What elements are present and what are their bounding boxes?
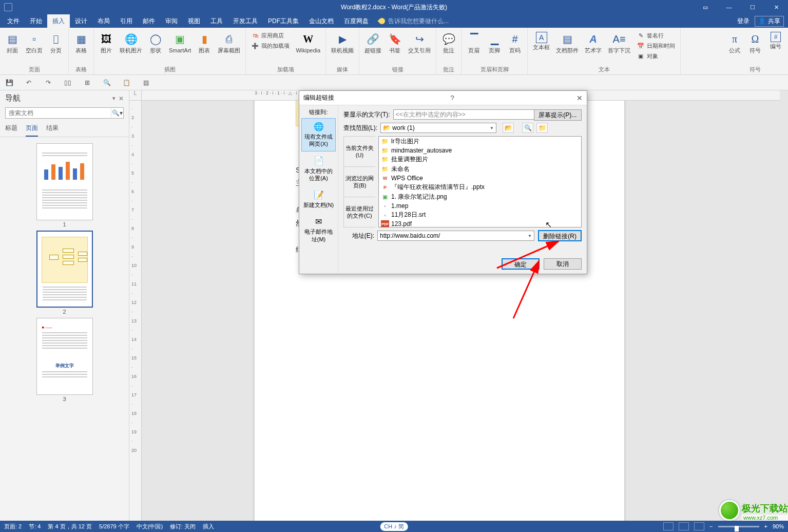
- view-print-icon[interactable]: [679, 522, 689, 530]
- tab-design[interactable]: 设计: [70, 14, 92, 28]
- view-read-icon[interactable]: [663, 522, 674, 530]
- thumbnail-2[interactable]: 2: [36, 231, 93, 315]
- view-web-icon[interactable]: [694, 522, 704, 530]
- header-button[interactable]: ▔页眉: [465, 31, 483, 54]
- browse-web-icon[interactable]: 🔍: [522, 123, 533, 133]
- tab-pdf[interactable]: PDF工具集: [263, 14, 304, 28]
- status-pages[interactable]: 第 4 页，共 12 页: [48, 523, 92, 530]
- status-section[interactable]: 节: 4: [29, 523, 41, 530]
- zoom-out-icon[interactable]: −: [709, 523, 713, 529]
- cancel-button[interactable]: 取消: [544, 258, 582, 270]
- dropcap-button[interactable]: A≡首字下沉: [606, 31, 632, 54]
- login-link[interactable]: 登录: [737, 17, 749, 26]
- ok-button[interactable]: 确定: [502, 258, 540, 270]
- file-list[interactable]: 📁lr导出图片 📁mindmaster_autosave 📁批量调整图片 📁未命…: [378, 136, 582, 227]
- footer-button[interactable]: ▁页脚: [485, 31, 504, 54]
- file-item[interactable]: WWPS Office: [379, 174, 581, 182]
- nav-tab-headings[interactable]: 标题: [5, 124, 17, 137]
- nav-search-input[interactable]: [6, 108, 111, 118]
- qat-btn-7[interactable]: 📋: [121, 78, 131, 88]
- status-insert[interactable]: 插入: [203, 523, 214, 530]
- undo-icon[interactable]: ↶: [24, 78, 34, 88]
- recent-files-tab[interactable]: 最近使用过的文件(C): [343, 197, 375, 227]
- qat-btn-8[interactable]: ▤: [141, 78, 151, 88]
- dialog-help-icon[interactable]: ?: [450, 94, 454, 102]
- search-icon[interactable]: 🔍▾: [111, 108, 123, 118]
- picture-button[interactable]: 🖼图片: [97, 31, 116, 54]
- smartart-button[interactable]: ▣SmartArt: [167, 31, 193, 54]
- zoom-value[interactable]: 90%: [773, 523, 784, 529]
- file-item[interactable]: 📁mindmaster_autosave: [379, 146, 581, 155]
- status-language[interactable]: 中文(中国): [137, 523, 163, 530]
- file-item[interactable]: ▫11月28日.srt: [379, 210, 581, 220]
- online-video-button[interactable]: ▶联机视频: [329, 31, 356, 54]
- maximize-button[interactable]: ☐: [741, 0, 764, 14]
- online-picture-button[interactable]: 🌐联机图片: [118, 31, 144, 54]
- status-page[interactable]: 页面: 2: [4, 523, 22, 530]
- remove-link-button[interactable]: 删除链接(R): [538, 230, 582, 241]
- nav-tab-pages[interactable]: 页面: [26, 124, 38, 137]
- tab-tools[interactable]: 工具: [205, 14, 228, 28]
- look-in-combo[interactable]: 📂 work (1)▼: [380, 123, 496, 133]
- object-button[interactable]: ▣对象: [635, 51, 677, 61]
- link-to-new-doc[interactable]: 📝新建文档(N): [301, 186, 336, 212]
- address-input[interactable]: http://www.baidu.com/▼: [377, 231, 534, 241]
- minimize-button[interactable]: —: [717, 0, 741, 14]
- my-addins-button[interactable]: ➕我的加载项: [249, 41, 292, 50]
- page-number-button[interactable]: #页码: [506, 31, 524, 54]
- save-icon[interactable]: 💾: [4, 78, 14, 88]
- file-item[interactable]: ▫1.mep: [379, 202, 581, 210]
- wikipedia-button[interactable]: WWikipedia: [294, 31, 322, 54]
- up-folder-icon[interactable]: 📂: [503, 123, 514, 133]
- qat-btn-4[interactable]: ▯▯: [63, 78, 73, 88]
- cross-ref-button[interactable]: ↪交叉引用: [406, 31, 433, 54]
- link-to-place-in-doc[interactable]: 📄本文档中的位置(A): [301, 153, 336, 186]
- ime-badge[interactable]: CH ♪ 简: [380, 522, 408, 531]
- tab-layout[interactable]: 布局: [92, 14, 115, 28]
- screenshot-button[interactable]: ⎙屏幕截图: [216, 31, 242, 54]
- comment-button[interactable]: 💬批注: [439, 31, 458, 54]
- date-time-button[interactable]: 📅日期和时间: [635, 41, 677, 50]
- nav-tab-results[interactable]: 结果: [46, 124, 59, 137]
- qat-btn-6[interactable]: 🔍: [102, 78, 112, 88]
- signature-line-button[interactable]: ✎签名行: [635, 31, 677, 40]
- tab-insert[interactable]: 插入: [47, 14, 70, 28]
- number-button[interactable]: #编号: [766, 31, 785, 50]
- current-folder-tab[interactable]: 当前文件夹(U): [343, 136, 375, 166]
- link-to-file-web[interactable]: 🌐现有文件或网页(X): [301, 118, 336, 151]
- tab-baidu[interactable]: 百度网盘: [339, 14, 374, 28]
- file-item[interactable]: 📁批量调整图片: [379, 155, 581, 164]
- textbox-button[interactable]: A文本框: [531, 31, 552, 51]
- hyperlink-button[interactable]: 🔗超链接: [362, 31, 383, 54]
- status-revisions[interactable]: 修订: 关闭: [170, 523, 196, 530]
- quickparts-button[interactable]: ▤文档部件: [554, 31, 581, 54]
- wordart-button[interactable]: A艺术字: [583, 31, 604, 54]
- tab-mailings[interactable]: 邮件: [138, 14, 160, 28]
- shapes-button[interactable]: ◯形状: [146, 31, 165, 54]
- zoom-in-icon[interactable]: +: [764, 523, 767, 529]
- thumbnail-3[interactable]: ■ —— 举例文字 3: [36, 318, 93, 402]
- table-button[interactable]: ▦表格: [72, 31, 90, 54]
- file-item[interactable]: ▣1. 康奈尔笔记法.png: [379, 192, 581, 202]
- redo-icon[interactable]: ↷: [43, 78, 53, 88]
- tab-home[interactable]: 开始: [25, 14, 47, 28]
- equation-button[interactable]: π公式: [725, 31, 744, 54]
- ribbon-options-icon[interactable]: ▭: [694, 0, 717, 14]
- nav-close-icon[interactable]: ✕: [119, 95, 124, 102]
- tab-references[interactable]: 引用: [115, 14, 138, 28]
- zoom-slider[interactable]: [718, 526, 759, 527]
- page-break-button[interactable]: ⌷分页: [47, 31, 65, 54]
- cover-page-button[interactable]: ▤封面: [3, 31, 22, 54]
- store-button[interactable]: 🛍应用商店: [249, 31, 292, 40]
- qat-btn-5[interactable]: ⊞: [82, 78, 92, 88]
- vertical-ruler[interactable]: ·2·3·4·5·6·7·8·9·10·11·12·13·14·15·16·17…: [129, 101, 142, 521]
- status-words[interactable]: 5/2879 个字: [99, 523, 129, 530]
- chart-button[interactable]: ▮图表: [195, 31, 214, 54]
- symbol-button[interactable]: Ω符号: [746, 31, 764, 54]
- link-to-email[interactable]: ✉电子邮件地址(M): [301, 213, 336, 246]
- pin-icon[interactable]: ▾: [112, 95, 116, 102]
- close-button[interactable]: ✕: [764, 0, 788, 14]
- tab-developer[interactable]: 开发工具: [228, 14, 263, 28]
- tell-me-search[interactable]: 告诉我您想要做什么...: [379, 17, 449, 26]
- browsed-pages-tab[interactable]: 浏览过的网页(B): [343, 166, 375, 197]
